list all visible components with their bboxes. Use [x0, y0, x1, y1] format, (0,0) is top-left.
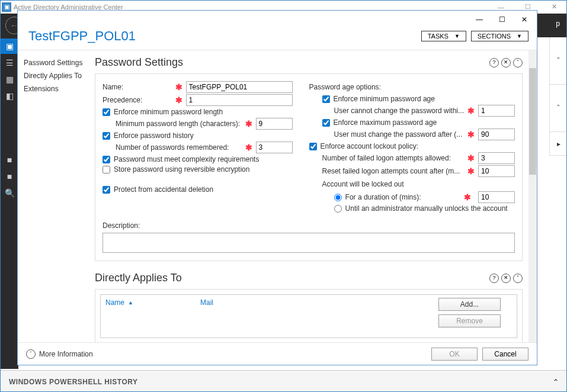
min-age-checkbox[interactable] — [322, 95, 330, 103]
collapse-section-icon[interactable]: ˆ — [513, 274, 523, 283]
sections-button[interactable]: SECTIONS▼ — [471, 31, 528, 41]
cancel-button[interactable]: Cancel — [482, 348, 528, 361]
required-icon: ✱ — [467, 153, 475, 163]
add-button[interactable]: Add... — [438, 298, 501, 311]
description-label: Description: — [102, 221, 140, 230]
history-check-label: Enforce password history — [114, 131, 194, 140]
section-title-password-settings: Password Settings — [95, 56, 183, 69]
reversible-label: Store password using reversible encrypti… — [114, 165, 249, 173]
required-icon: ✱ — [467, 130, 475, 139]
right-panel-collapsed: ˆ ˆ ▸ — [549, 37, 567, 369]
min-age-label: User cannot change the password withi... — [334, 107, 464, 115]
complexity-checkbox[interactable] — [102, 156, 110, 163]
max-age-label: User must change the password after (... — [334, 130, 463, 139]
more-information-button[interactable]: ˇ More Information — [26, 349, 93, 359]
dialog-nav: Password Settings Directly Applies To Ex… — [18, 50, 95, 342]
age-options-label: Password age options: — [309, 83, 381, 91]
rail-list-icon[interactable]: ☰ — [1, 55, 18, 70]
expand-panel-2[interactable]: ˆ — [549, 85, 567, 132]
fgpp-dialog: — ☐ ✕ TestFGPP_POL01 TASKS▼ SECTIONS▼ Pa… — [17, 10, 537, 365]
sort-asc-icon: ▲ — [128, 300, 133, 306]
history-label: Number of passwords remembered: — [116, 143, 229, 152]
failed-attempts-field[interactable] — [478, 152, 515, 164]
nav-directly-applies-to[interactable]: Directly Applies To — [23, 69, 90, 82]
required-icon: ✱ — [467, 166, 475, 176]
chevron-down-icon: ˇ — [26, 349, 36, 359]
dialog-maximize-button[interactable]: ☐ — [493, 14, 511, 25]
rail-folder2-icon[interactable]: ■ — [1, 169, 18, 184]
main-title: Active Directory Administrative Center — [14, 4, 123, 11]
section-title-directly-applies-to: Directly Applies To — [95, 272, 182, 284]
protect-label: Protect from accidental deletion — [114, 185, 213, 194]
close-section-icon[interactable]: ✕ — [501, 274, 511, 283]
rail-folder-icon[interactable]: ■ — [1, 152, 18, 168]
min-length-label: Minimum password length (characters): — [116, 120, 240, 128]
history-field[interactable] — [256, 142, 293, 153]
nav-password-settings[interactable]: Password Settings — [23, 56, 90, 69]
more-information-label: More Information — [39, 350, 93, 358]
description-field[interactable] — [102, 233, 515, 253]
dialog-scrollbar[interactable] — [528, 50, 537, 342]
remove-button[interactable]: Remove — [438, 314, 501, 327]
account-locked-label: Account will be locked out — [322, 180, 404, 188]
required-icon: ✱ — [175, 95, 182, 105]
powershell-history-label: WINDOWS POWERSHELL HISTORY — [9, 378, 137, 386]
required-icon: ✱ — [245, 143, 252, 152]
rail-grid-icon[interactable]: ◧ — [1, 88, 18, 104]
protect-checkbox[interactable] — [102, 186, 110, 194]
nav-extensions[interactable]: Extensions — [23, 82, 90, 95]
min-length-field[interactable] — [256, 118, 293, 130]
name-field[interactable] — [186, 81, 293, 93]
powershell-history-bar[interactable]: WINDOWS POWERSHELL HISTORY ⌃ — [1, 370, 567, 392]
dialog-title: TestFGPP_POL01 — [28, 28, 136, 44]
chevron-up-icon: ⌃ — [553, 378, 559, 386]
scrollbar-thumb[interactable] — [529, 68, 536, 175]
min-length-check-label: Enforce minimum password length — [114, 108, 223, 116]
column-header-name[interactable]: Name▲ — [105, 298, 200, 307]
dialog-minimize-button[interactable]: — — [470, 14, 488, 25]
dialog-content: Password Settings ? ✕ ˆ Name:✱ Precedenc… — [95, 50, 528, 342]
failed-attempts-label: Number of failed logon attempts allowed: — [322, 154, 451, 162]
reversible-checkbox[interactable] — [102, 166, 110, 173]
tasks-button[interactable]: TASKS▼ — [421, 31, 466, 41]
precedence-label: Precedence: — [102, 96, 142, 104]
required-icon: ✱ — [467, 106, 475, 115]
max-age-check-label: Enforce maximum password age — [334, 118, 437, 127]
admin-unlock-radio[interactable] — [334, 205, 342, 213]
duration-field[interactable] — [478, 191, 515, 203]
duration-label: For a duration of (mins): — [345, 193, 421, 201]
reset-count-field[interactable] — [478, 165, 515, 177]
required-icon: ✱ — [464, 192, 471, 202]
min-age-field[interactable] — [478, 105, 515, 117]
collapse-section-icon[interactable]: ˆ — [513, 58, 523, 68]
help-icon[interactable]: ? — [489, 58, 499, 68]
complexity-label: Password must meet complexity requiremen… — [114, 155, 259, 163]
precedence-field[interactable] — [186, 94, 293, 106]
ok-button[interactable]: OK — [431, 348, 478, 361]
rail-tree-icon[interactable]: ▦ — [1, 72, 18, 87]
min-age-check-label: Enforce minimum password age — [334, 95, 435, 103]
rail-overview-icon[interactable]: ▣ — [1, 38, 18, 54]
app-icon: ▣ — [2, 2, 11, 12]
history-checkbox[interactable] — [102, 132, 110, 140]
rail-search-icon[interactable]: 🔍 — [1, 185, 18, 201]
lockout-checkbox[interactable] — [309, 143, 317, 150]
min-length-checkbox[interactable] — [102, 108, 110, 116]
duration-radio[interactable] — [334, 194, 342, 201]
expand-panel-1[interactable]: ˆ — [549, 37, 567, 85]
required-icon: ✱ — [175, 82, 182, 92]
lockout-check-label: Enforce account lockout policy: — [321, 142, 418, 150]
max-age-field[interactable] — [478, 128, 515, 140]
close-section-icon[interactable]: ✕ — [501, 58, 511, 68]
max-age-checkbox[interactable] — [322, 119, 330, 127]
help-label: p — [556, 20, 560, 28]
required-icon: ✱ — [245, 119, 252, 128]
left-rail: ▣ ☰ ▦ ◧ ■ ■ 🔍 — [1, 37, 18, 369]
main-close-button[interactable]: ✕ — [541, 1, 567, 14]
expand-panel-3[interactable]: ▸ — [549, 132, 567, 156]
reset-count-label: Reset failed logon attempts count after … — [322, 167, 460, 175]
name-label: Name: — [102, 83, 123, 91]
dialog-close-button[interactable]: ✕ — [515, 14, 533, 25]
help-icon[interactable]: ? — [489, 274, 499, 283]
admin-unlock-label: Until an administrator manually unlocks … — [345, 204, 508, 213]
